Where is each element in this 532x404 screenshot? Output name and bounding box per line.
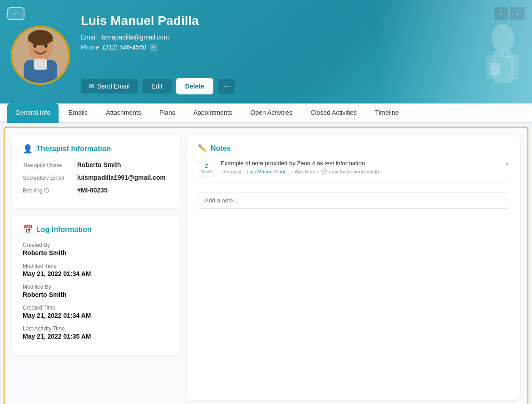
note-meta-type: Therapist xyxy=(221,169,241,174)
add-note-input[interactable] xyxy=(198,192,509,209)
email-value: lismapadilla@gmail.com xyxy=(100,34,169,41)
tab-open-activities[interactable]: Open Activities xyxy=(242,103,301,123)
svg-point-4 xyxy=(507,54,511,59)
therapist-info-card: 👤 Therapist Information Therapist Owner … xyxy=(12,135,180,208)
note-entry: Z Zeus4 Example of note provided by Zeus… xyxy=(198,160,509,183)
secondary-email-value: luismpadilla1991@gmail.com xyxy=(77,174,166,181)
tabs-bar: General Info Emails Attachments Plans Ap… xyxy=(0,103,532,123)
secondary-email-row: Secondary Email luismpadilla1991@gmail.c… xyxy=(23,174,169,181)
log-info-title: 📅 Log Information xyxy=(23,225,169,235)
svg-rect-5 xyxy=(490,63,500,75)
last-activity-time-label: Last Activity Time xyxy=(23,325,169,332)
notes-card: ✏️ Notes Z Zeus4 Example of note provide… xyxy=(187,135,520,400)
avatar-image xyxy=(13,28,68,83)
note-meta-action[interactable]: Add Note xyxy=(295,169,315,174)
svg-point-16 xyxy=(44,44,48,48)
last-activity-time-value: May 21, 2022 01:35 AM xyxy=(23,333,169,340)
phone-label: Phone xyxy=(81,44,99,51)
tab-plans[interactable]: Plans xyxy=(151,103,183,123)
log-info-card: 📅 Log Information Created By Roberto Smi… xyxy=(12,216,180,355)
svg-rect-3 xyxy=(511,54,519,79)
notes-title: ✏️ Notes xyxy=(198,144,509,153)
svg-point-0 xyxy=(492,24,514,53)
modified-by-label: Modified By xyxy=(23,284,169,290)
main-content: 👤 Therapist Information Therapist Owner … xyxy=(4,127,528,404)
email-icon: ✉ xyxy=(89,83,94,90)
person-icon: 👤 xyxy=(23,144,33,154)
therapist-owner-value: Roberto Smith xyxy=(77,161,121,168)
created-time-value: May 21, 2022 01:34 AM xyxy=(23,312,169,319)
therapist-owner-label: Therapist Owner xyxy=(23,162,73,168)
avatar xyxy=(11,26,70,85)
note-meta-clock-icon: 🕐 xyxy=(321,168,327,174)
modified-time-value: May 21, 2022 01:34 AM xyxy=(23,270,169,277)
left-panel: 👤 Therapist Information Therapist Owner … xyxy=(12,135,180,400)
calendar-icon: 📅 xyxy=(23,225,33,235)
send-email-button[interactable]: ✉ Send Email xyxy=(81,79,138,94)
last-activity-time-row: Last Activity Time May 21, 2022 01:35 AM xyxy=(23,325,169,340)
note-meta-time: now xyxy=(329,169,338,174)
therapist-info-title: 👤 Therapist Information xyxy=(23,144,169,154)
more-options-button[interactable]: ··· xyxy=(218,79,235,94)
note-body: Example of note provided by Zeus 4 as te… xyxy=(221,160,499,177)
modified-time-row: Modified Time May 21, 2022 01:34 AM xyxy=(23,263,169,277)
tab-general-info[interactable]: General Info xyxy=(7,103,59,123)
created-by-label: Created By xyxy=(23,242,169,248)
created-by-value: Roberto Smith xyxy=(23,249,169,256)
back-button[interactable]: ← xyxy=(7,7,25,20)
modified-by-row: Modified By Roberto Smith xyxy=(23,284,169,298)
tab-closed-activities[interactable]: Closed Activities xyxy=(302,103,365,123)
zeus-logo: Z Zeus4 xyxy=(198,160,215,177)
booking-id-row: Booking ID #MI-00235 xyxy=(23,187,169,194)
booking-id-value: #MI-00235 xyxy=(77,187,108,194)
tab-emails[interactable]: Emails xyxy=(60,103,96,123)
note-meta-separator2: • xyxy=(291,169,293,174)
therapist-owner-row: Therapist Owner Roberto Smith xyxy=(23,161,169,168)
booking-id-label: Booking ID xyxy=(23,187,73,194)
pencil-icon: ✏️ xyxy=(198,144,207,153)
edit-button[interactable]: Edit xyxy=(143,79,172,94)
phone-edit-icon[interactable]: ✏ xyxy=(150,44,157,51)
page-header: ← ‹ › xyxy=(0,0,532,103)
modified-by-value: Roberto Smith xyxy=(23,291,169,298)
therapist-fields: Therapist Owner Roberto Smith Secondary … xyxy=(23,161,169,194)
svg-rect-14 xyxy=(34,59,47,69)
tab-attachments[interactable]: Attachments xyxy=(98,103,149,123)
note-meta-link[interactable]: Luis Manuel Padi... xyxy=(247,169,290,174)
note-meta-separator3: • xyxy=(317,169,319,174)
delete-button[interactable]: Delete xyxy=(176,78,213,94)
created-time-row: Created Time May 21, 2022 01:34 AM xyxy=(23,305,169,319)
phone-value: (312) 546-4568 xyxy=(103,44,146,51)
right-panel: ✏️ Notes Z Zeus4 Example of note provide… xyxy=(187,135,520,400)
email-label: Email xyxy=(81,34,97,41)
note-meta-author: Roberto Smith xyxy=(347,169,379,174)
note-collapse-button[interactable]: ∨ xyxy=(505,160,509,177)
created-by-row: Created By Roberto Smith xyxy=(23,242,169,256)
note-meta-by: by xyxy=(340,169,345,174)
modified-time-label: Modified Time xyxy=(23,263,169,269)
note-meta-separator1: - xyxy=(243,169,245,174)
tab-timeline[interactable]: Timeline xyxy=(367,103,407,123)
header-background xyxy=(378,0,532,103)
secondary-email-label: Secondary Email xyxy=(23,175,73,181)
created-time-label: Created Time xyxy=(23,305,169,311)
note-text: Example of note provided by Zeus 4 as te… xyxy=(221,160,499,167)
svg-point-15 xyxy=(33,44,36,48)
note-meta: Therapist - Luis Manuel Padi... • Add No… xyxy=(221,168,499,174)
svg-rect-12 xyxy=(28,36,53,41)
tab-appointments[interactable]: Appointments xyxy=(185,103,241,123)
